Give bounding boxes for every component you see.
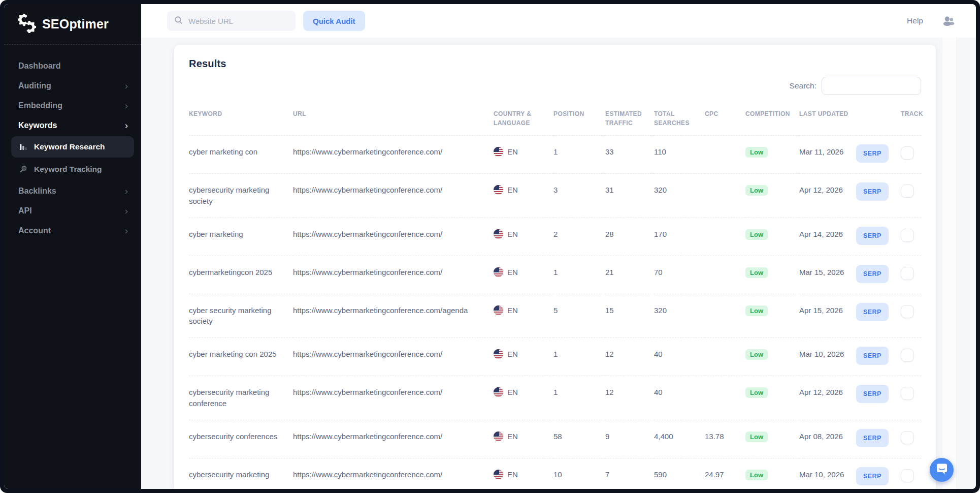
sidebar-item-account[interactable]: Account› xyxy=(4,221,141,240)
website-url-input[interactable] xyxy=(187,16,288,26)
serp-button[interactable]: SERP xyxy=(856,303,889,321)
country-cell: EN xyxy=(494,256,553,294)
country-cell: EN xyxy=(494,294,553,338)
chevron-right-icon: › xyxy=(125,226,128,235)
competition-cell: Low xyxy=(745,174,799,218)
page-title: Results xyxy=(189,58,921,70)
serp-cell: SERP xyxy=(856,174,901,218)
sidebar-item-label: Embedding xyxy=(18,101,62,110)
table-row: cybersecurity marketing societyhttps://w… xyxy=(189,174,921,218)
us-flag-icon xyxy=(494,387,503,397)
track-cell xyxy=(901,376,921,420)
logo: SEOptimer xyxy=(4,4,141,45)
track-checkbox[interactable] xyxy=(901,267,914,280)
track-cell xyxy=(901,218,921,256)
total-searches-cell: 320 xyxy=(654,174,705,218)
language-code: EN xyxy=(507,146,518,158)
sidebar-item-keywords[interactable]: Keywords› xyxy=(4,115,141,135)
account-users-icon[interactable] xyxy=(942,16,955,26)
position-cell: 58 xyxy=(553,420,605,458)
track-checkbox[interactable] xyxy=(901,431,914,444)
track-checkbox[interactable] xyxy=(901,305,914,318)
table-row: cybermarketingcon 2025https://www.cyberm… xyxy=(189,256,921,294)
sidebar-item-api[interactable]: API› xyxy=(4,201,141,221)
track-checkbox[interactable] xyxy=(901,184,914,198)
serp-button[interactable]: SERP xyxy=(856,182,889,201)
sidebar-item-embedding[interactable]: Embedding› xyxy=(4,96,141,115)
track-checkbox[interactable] xyxy=(901,229,914,242)
total-searches-cell: 40 xyxy=(654,338,705,376)
serp-button[interactable]: SERP xyxy=(856,347,889,365)
sidebar-item-keyword-tracking[interactable]: Keyword Tracking xyxy=(11,159,134,180)
country-cell: EN xyxy=(494,420,553,458)
url-cell: https://www.cybermarketingconference.com… xyxy=(293,136,494,174)
estimated-traffic-cell: 28 xyxy=(605,218,654,256)
serp-cell: SERP xyxy=(856,458,901,489)
sidebar-item-backlinks[interactable]: Backlinks› xyxy=(4,181,141,201)
us-flag-icon xyxy=(494,147,503,157)
chat-widget-button[interactable] xyxy=(930,458,954,482)
country-cell: EN xyxy=(494,376,553,420)
sidebar-item-keyword-research[interactable]: Keyword Research xyxy=(11,136,134,158)
serp-button[interactable]: SERP xyxy=(856,227,889,245)
chevron-right-icon: › xyxy=(125,120,128,130)
sidebar-item-label: Auditing xyxy=(18,81,51,90)
serp-button[interactable]: SERP xyxy=(856,144,889,163)
language-code: EN xyxy=(507,267,518,278)
estimated-traffic-cell: 31 xyxy=(605,174,654,218)
quick-audit-button[interactable]: Quick Audit xyxy=(303,11,365,31)
track-checkbox[interactable] xyxy=(901,146,914,160)
last-updated-cell: Apr 15, 2026 xyxy=(799,294,856,338)
table-header-row: KEYWORDURLCOUNTRY & LANGUAGEPOSITIONESTI… xyxy=(189,102,921,136)
track-checkbox[interactable] xyxy=(901,469,914,482)
cpc-cell xyxy=(705,218,745,256)
table-search-input[interactable] xyxy=(822,77,921,95)
sidebar: SEOptimer DashboardAuditing›Embedding›Ke… xyxy=(4,4,141,489)
position-cell: 1 xyxy=(553,376,605,420)
vertical-scrollbar[interactable] xyxy=(942,38,957,489)
cpc-cell xyxy=(705,174,745,218)
estimated-traffic-cell: 12 xyxy=(605,376,654,420)
sidebar-item-dashboard[interactable]: Dashboard xyxy=(4,56,141,76)
track-checkbox[interactable] xyxy=(901,349,914,362)
sidebar-item-label: Keyword Research xyxy=(34,142,105,151)
serp-button[interactable]: SERP xyxy=(856,265,889,283)
url-cell: https://www.cybermarketingconference.com… xyxy=(293,420,494,458)
last-updated-cell: Apr 12, 2026 xyxy=(799,174,856,218)
sidebar-item-auditing[interactable]: Auditing› xyxy=(4,76,141,96)
serp-button[interactable]: SERP xyxy=(856,429,889,447)
country-cell: EN xyxy=(494,218,553,256)
sidebar-nav: DashboardAuditing›Embedding›Keywords›Key… xyxy=(4,45,141,240)
estimated-traffic-cell: 21 xyxy=(605,256,654,294)
cpc-cell xyxy=(705,376,745,420)
column-header-track: TRACK xyxy=(901,102,921,136)
cpc-cell xyxy=(705,256,745,294)
chevron-right-icon: › xyxy=(125,206,128,215)
serp-button[interactable]: SERP xyxy=(856,467,889,485)
bar-chart-icon xyxy=(19,143,27,151)
position-cell: 3 xyxy=(553,174,605,218)
help-link[interactable]: Help xyxy=(907,16,923,25)
estimated-traffic-cell: 33 xyxy=(605,136,654,174)
total-searches-cell: 590 xyxy=(654,458,705,489)
keyword-cell: cyber marketing con 2025 xyxy=(189,338,293,376)
track-checkbox[interactable] xyxy=(901,387,914,400)
table-row: cyber marketing conhttps://www.cybermark… xyxy=(189,136,921,174)
column-header-competition: COMPETITION xyxy=(745,102,799,136)
table-row: cybersecurity conferenceshttps://www.cyb… xyxy=(189,420,921,458)
serp-cell: SERP xyxy=(856,294,901,338)
keyword-cell: cyber security marketing society xyxy=(189,294,293,338)
serp-button[interactable]: SERP xyxy=(856,385,889,403)
sidebar-item-label: API xyxy=(18,206,32,215)
sidebar-item-label: Backlinks xyxy=(18,187,56,196)
table-search-label: Search: xyxy=(790,81,816,90)
estimated-traffic-cell: 7 xyxy=(605,458,654,489)
website-url-field[interactable] xyxy=(167,11,296,31)
last-updated-cell: Mar 11, 2026 xyxy=(799,136,856,174)
competition-cell: Low xyxy=(745,136,799,174)
column-header-position: POSITION xyxy=(553,102,605,136)
us-flag-icon xyxy=(494,470,503,479)
serp-cell: SERP xyxy=(856,338,901,376)
cpc-cell xyxy=(705,294,745,338)
sidebar-item-label: Account xyxy=(18,226,51,235)
